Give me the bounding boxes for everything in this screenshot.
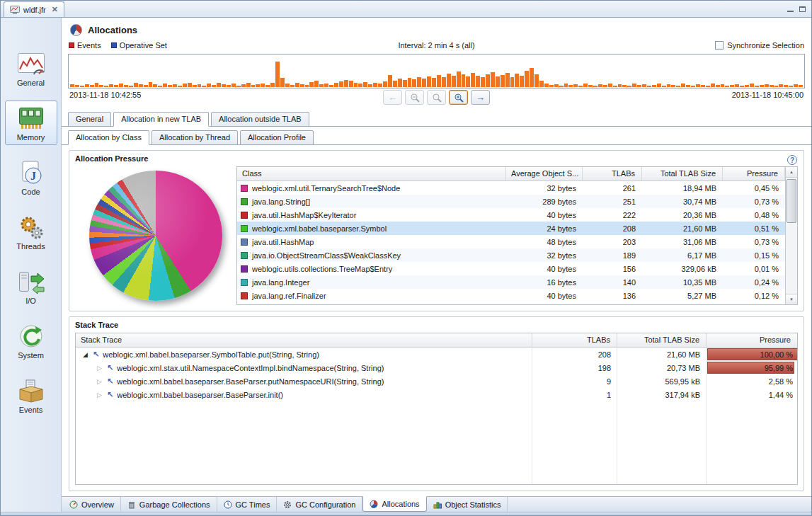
tlab-tab-folder: General Allocation in new TLAB Allocatio… [62, 112, 811, 127]
column-header-total-tlab-size[interactable]: Total TLAB Size [617, 333, 707, 347]
page-tab-allocations[interactable]: Allocations [362, 496, 426, 512]
window-bottom-edge [1, 512, 811, 515]
tab-allocation-in-new-tlab[interactable]: Allocation in new TLAB [113, 112, 209, 127]
timeline-bar [721, 84, 725, 87]
allocations-page: Allocations Interval: 2 min 4 s (all) Ev… [62, 18, 811, 512]
class-table-row[interactable]: weblogic.xml.babel.baseparser.Symbol24 b… [237, 222, 785, 235]
scrollbar-thumb[interactable] [787, 179, 796, 223]
class-table-row[interactable]: weblogic.xml.util.TernarySearchTree$Node… [237, 181, 785, 195]
page-tab-gc-times[interactable]: GC Times [217, 497, 278, 512]
timeline-toolbar: ← → [383, 90, 490, 105]
column-header-tlabs[interactable]: TLABs [532, 333, 617, 347]
jmc-window: wldf.jfr ✕ General [0, 0, 812, 516]
maximize-icon[interactable] [799, 6, 806, 12]
sidebar-item-threads[interactable]: Threads [5, 210, 57, 254]
column-header-class[interactable]: Class [237, 167, 506, 180]
tab-allocation-outside-tlab[interactable]: Allocation outside TLAB [211, 112, 309, 127]
class-table-row[interactable]: java.lang.String[]289 bytes25130,74 MB0,… [237, 195, 785, 208]
class-table-row[interactable]: java.util.HashMap48 bytes20331,06 MB0,73… [237, 235, 785, 248]
timeline-bar [706, 86, 710, 87]
sidebar-item-code[interactable]: J Code [5, 155, 57, 200]
zoom-out-button[interactable] [405, 90, 424, 105]
class-table-scrollbar[interactable]: ▲ ▼ [785, 167, 797, 304]
column-header-pressure[interactable]: Pressure [723, 167, 785, 180]
tab-allocation-by-class[interactable]: Allocation by Class [68, 130, 149, 145]
timeline-bar [222, 84, 226, 87]
memory-ram-icon [17, 105, 45, 131]
stack-trace-row[interactable]: ◢↖weblogic.xml.babel.baseparser.SymbolTa… [76, 348, 797, 361]
column-header-stack-trace[interactable]: Stack Trace [76, 333, 532, 347]
forward-button[interactable]: → [471, 90, 490, 105]
timeline-bar [339, 81, 343, 87]
timeline-bar [173, 84, 177, 87]
pressure-cell: 2,58 % [707, 374, 797, 388]
view-controls [787, 6, 806, 12]
pressure-cell: 100,00 % [707, 348, 797, 361]
avg-object-size-cell: 16 bytes [506, 278, 583, 287]
class-table-row[interactable]: java.io.ObjectStreamClass$WeakClassKey32… [237, 248, 785, 262]
zoom-in-button[interactable] [449, 90, 468, 105]
timeline-bar [383, 81, 387, 87]
class-name-cell: java.lang.Integer [237, 278, 506, 287]
column-header-pressure[interactable]: Pressure [707, 333, 797, 347]
class-table-row[interactable]: weblogic.utils.collections.TreeMap$Entry… [237, 262, 785, 275]
expander-collapsed-icon[interactable]: ▷ [96, 391, 103, 399]
timeline-bar [75, 85, 79, 87]
pressure-cell: 0,12 % [723, 292, 785, 300]
class-table-row[interactable]: java.util.HashMap$KeyIterator40 bytes222… [237, 208, 785, 222]
timeline-bar [349, 81, 353, 87]
expander-collapsed-icon[interactable]: ▷ [96, 365, 103, 372]
allocation-pie[interactable] [89, 171, 222, 301]
sidebar-item-general[interactable]: General [5, 47, 57, 91]
stack-trace-row[interactable]: ▷↖weblogic.xml.babel.baseparser.BasePars… [76, 374, 797, 388]
sidebar-item-io[interactable]: I/O [5, 264, 57, 309]
sidebar-item-events[interactable]: Events [5, 373, 57, 418]
timeline-bar [588, 85, 593, 87]
stack-trace-row[interactable]: ▷↖weblogic.xml.babel.baseparser.BasePars… [76, 388, 797, 401]
stack-trace-row[interactable]: ▷↖weblogic.xml.stax.util.NamespaceContex… [76, 361, 797, 374]
help-icon[interactable]: ? [787, 155, 797, 165]
column-header-tlabs[interactable]: TLABs [583, 167, 642, 180]
timeline-bar [711, 84, 715, 87]
tab-allocation-profile[interactable]: Allocation Profile [240, 130, 314, 145]
timeline-bar [622, 85, 627, 87]
timeline-bar [212, 85, 216, 87]
timeline-bar [642, 84, 646, 87]
column-header-total-tlab-size[interactable]: Total TLAB Size [642, 167, 723, 180]
page-tab-gc-configuration[interactable]: GC Configuration [277, 497, 362, 512]
class-table-row[interactable]: java.lang.ref.Finalizer40 bytes1365,27 M… [237, 289, 785, 302]
avg-object-size-cell: 32 bytes [506, 251, 583, 260]
column-header-avg-object-size[interactable]: Average Object S... [506, 167, 583, 180]
expander-expanded-icon[interactable]: ◢ [81, 351, 89, 358]
timeline-bar [486, 74, 490, 87]
close-tab-icon[interactable]: ✕ [52, 5, 58, 14]
timeline-bar [452, 76, 456, 87]
threads-gears-icon [17, 214, 45, 240]
tlabs-cell: 156 [583, 265, 642, 273]
timeline-chart[interactable] [68, 54, 805, 88]
page-tab-garbage-collections[interactable]: Garbage Collections [121, 497, 217, 512]
scroll-down-icon[interactable]: ▼ [786, 294, 797, 304]
io-arrows-icon [17, 269, 45, 294]
timeline-bar [578, 86, 583, 87]
system-recycle-icon [18, 323, 44, 349]
scroll-up-icon[interactable]: ▲ [786, 167, 797, 178]
total-tlab-size-cell: 20,73 MB [617, 364, 707, 372]
page-tab-overview[interactable]: Overview [63, 497, 121, 512]
tab-general[interactable]: General [68, 112, 111, 127]
timeline-bar [319, 84, 324, 87]
sidebar-item-memory[interactable]: Memory [5, 101, 57, 145]
sidebar-item-system[interactable]: System [5, 319, 57, 363]
allocation-pressure-section: Allocation Pressure ? Class Average Obje… [69, 150, 804, 311]
tab-allocation-by-thread[interactable]: Allocation by Thread [151, 130, 238, 145]
minimize-icon[interactable] [787, 6, 794, 12]
back-button[interactable]: ← [383, 90, 402, 105]
timeline-bar [520, 76, 524, 87]
general-gauge-icon [17, 52, 45, 76]
page-tab-object-statistics[interactable]: Object Statistics [427, 497, 508, 512]
editor-tab-wldf[interactable]: wldf.jfr ✕ [4, 1, 64, 17]
expander-collapsed-icon[interactable]: ▷ [96, 378, 103, 385]
zoom-selection-button[interactable] [427, 90, 446, 105]
class-table-row[interactable]: java.lang.Integer16 bytes14010,35 MB0,24… [237, 275, 785, 289]
timeline-bar [755, 86, 759, 87]
